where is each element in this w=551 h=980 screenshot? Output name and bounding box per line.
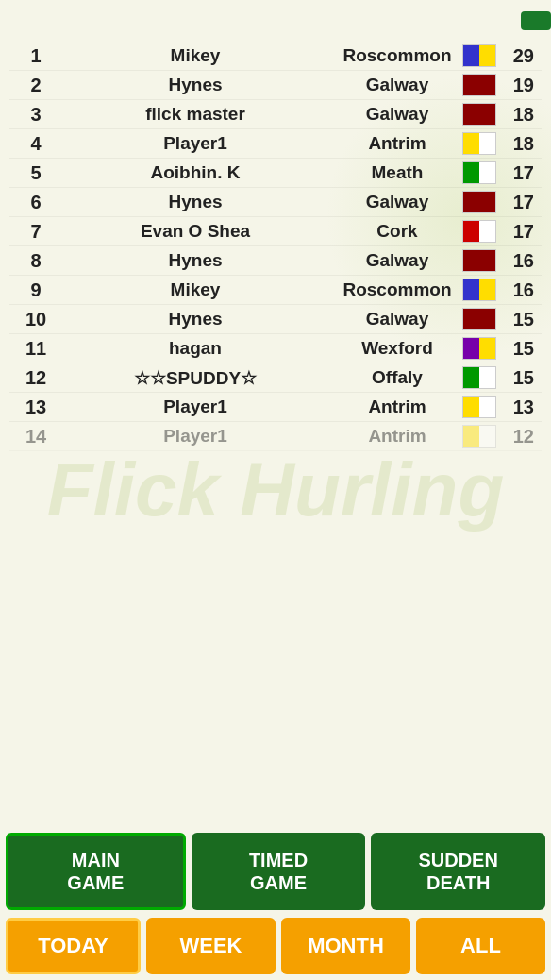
player-name: ☆☆SPUDDY☆: [55, 367, 336, 389]
county-flag: [462, 44, 496, 67]
score-value: 29: [500, 45, 534, 67]
player-name: flick master: [55, 104, 336, 125]
rank-number: 5: [17, 162, 55, 184]
score-value: 17: [500, 162, 534, 184]
main-game-button[interactable]: MAINGAME: [6, 833, 186, 910]
player-name: Player1: [55, 133, 336, 154]
player-name: Hynes: [55, 309, 336, 329]
score-value: 12: [500, 426, 534, 448]
bottom-section: MAINGAMETIMEDGAMESUDDENDEATH TODAYWEEKMO…: [0, 825, 551, 980]
table-row: 3 flick master Galway 18: [9, 100, 542, 129]
county-name: Galway: [336, 309, 459, 329]
county-name: Galway: [336, 104, 459, 125]
table-row: 9 Mikey Roscommon 16: [9, 276, 542, 305]
all-button[interactable]: ALL: [416, 918, 545, 974]
county-name: Cork: [336, 221, 459, 242]
county-flag: [462, 396, 496, 418]
rank-number: 11: [17, 338, 55, 360]
back-button[interactable]: [521, 11, 551, 30]
score-value: 13: [500, 397, 534, 418]
rank-number: 8: [17, 250, 55, 272]
table-row: 5 Aoibhin. K Meath 17: [9, 159, 542, 188]
score-value: 18: [500, 133, 534, 155]
rank-number: 7: [17, 221, 55, 243]
rank-number: 3: [17, 104, 55, 126]
table-row: 7 Evan O Shea Cork 17: [9, 217, 542, 246]
table-row: 8 Hynes Galway 16: [9, 246, 542, 276]
player-name: Hynes: [55, 75, 336, 95]
player-name: Hynes: [55, 250, 336, 271]
county-flag: [462, 191, 496, 213]
county-flag: [462, 308, 496, 330]
header: [0, 0, 551, 25]
rank-number: 14: [17, 426, 55, 448]
county-name: Galway: [336, 192, 459, 212]
week-button[interactable]: WEEK: [146, 918, 276, 974]
score-value: 15: [500, 367, 534, 389]
county-name: Wexford: [336, 338, 459, 359]
table-row: 6 Hynes Galway 17: [9, 188, 542, 217]
county-flag: [462, 249, 496, 272]
rank-number: 1: [17, 45, 55, 67]
table-row: 2 Hynes Galway 19: [9, 71, 542, 100]
county-flag: [462, 279, 496, 301]
score-value: 16: [500, 279, 534, 301]
score-value: 15: [500, 338, 534, 360]
county-flag: [462, 366, 496, 389]
score-value: 16: [500, 250, 534, 272]
county-name: Antrim: [336, 426, 459, 447]
player-name: hagan: [55, 338, 336, 359]
leaderboard: 1 Mikey Roscommon 29 2 Hynes Galway 19 3…: [0, 42, 551, 825]
county-name: Meath: [336, 162, 459, 183]
table-row: 4 Player1 Antrim 18: [9, 129, 542, 159]
time-buttons: TODAYWEEKMONTHALL: [6, 918, 545, 974]
page-container: 1 Mikey Roscommon 29 2 Hynes Galway 19 3…: [0, 0, 551, 980]
player-name: Player1: [55, 397, 336, 417]
rank-number: 4: [17, 133, 55, 155]
game-buttons: MAINGAMETIMEDGAMESUDDENDEATH: [6, 833, 545, 910]
rank-number: 9: [17, 279, 55, 301]
county-name: Roscommon: [336, 45, 459, 66]
sudden-death-button[interactable]: SUDDENDEATH: [371, 833, 545, 910]
table-row: 1 Mikey Roscommon 29: [9, 42, 542, 71]
player-name: Evan O Shea: [55, 221, 336, 242]
rank-number: 2: [17, 75, 55, 96]
county-name: Antrim: [336, 397, 459, 417]
player-name: Hynes: [55, 192, 336, 212]
rank-number: 10: [17, 309, 55, 330]
rank-number: 12: [17, 367, 55, 389]
county-flag: [462, 220, 496, 243]
table-row: 11 hagan Wexford 15: [9, 334, 542, 363]
month-button[interactable]: MONTH: [281, 918, 410, 974]
score-value: 18: [500, 104, 534, 126]
player-name: Mikey: [55, 279, 336, 300]
subtitle: [0, 25, 551, 42]
county-flag: [462, 74, 496, 96]
table-row: 10 Hynes Galway 15: [9, 305, 542, 334]
county-name: Roscommon: [336, 279, 459, 300]
county-name: Offaly: [336, 367, 459, 388]
rank-number: 6: [17, 192, 55, 213]
score-value: 17: [500, 221, 534, 243]
table-row: 14 Player1 Antrim 12: [9, 422, 542, 451]
county-flag: [462, 132, 496, 155]
score-value: 19: [500, 75, 534, 96]
county-flag: [462, 337, 496, 360]
county-name: Galway: [336, 250, 459, 271]
player-name: Aoibhin. K: [55, 162, 336, 183]
score-value: 15: [500, 309, 534, 330]
table-row: 13 Player1 Antrim 13: [9, 393, 542, 422]
county-flag: [462, 103, 496, 126]
county-name: Antrim: [336, 133, 459, 154]
score-value: 17: [500, 192, 534, 213]
county-flag: [462, 161, 496, 184]
today-button[interactable]: TODAY: [6, 918, 141, 974]
county-name: Galway: [336, 75, 459, 95]
timed-game-button[interactable]: TIMEDGAME: [192, 833, 366, 910]
county-flag: [462, 425, 496, 448]
rank-number: 13: [17, 397, 55, 418]
player-name: Mikey: [55, 45, 336, 66]
table-row: 12 ☆☆SPUDDY☆ Offaly 15: [9, 363, 542, 393]
player-name: Player1: [55, 426, 336, 447]
